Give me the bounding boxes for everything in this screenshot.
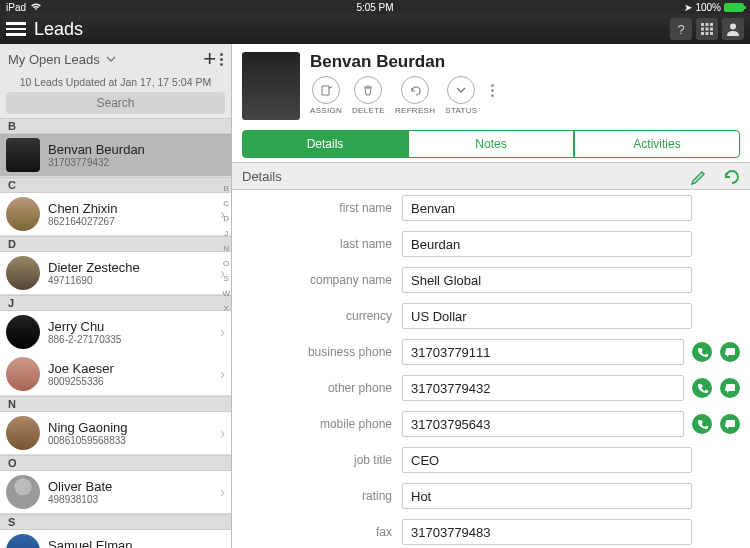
sms-icon[interactable]	[720, 414, 740, 434]
call-icon[interactable]	[692, 414, 712, 434]
edit-icon[interactable]	[690, 167, 708, 185]
refresh-button[interactable]: REFRESH	[395, 76, 435, 115]
chevron-down-icon	[106, 56, 116, 62]
delete-button[interactable]: DELETE	[352, 76, 385, 115]
lead-name: Jerry Chu	[48, 319, 220, 334]
lead-item[interactable]: Benvan Beurdan 31703779432	[0, 134, 231, 177]
field-label: job title	[242, 453, 402, 467]
add-lead-button[interactable]: +	[203, 46, 216, 72]
svg-rect-8	[710, 32, 713, 35]
avatar	[6, 534, 40, 548]
section-header: S	[0, 514, 231, 530]
currency-field[interactable]	[402, 303, 692, 329]
lead-item[interactable]: Jerry Chu 886-2-27170335 ›	[0, 311, 231, 353]
mobile-phone-field[interactable]	[402, 411, 684, 437]
lead-item[interactable]: Oliver Bate 498938103 ›	[0, 471, 231, 514]
tab-activities[interactable]: Activities	[574, 130, 740, 158]
lead-sub: 498938103	[48, 494, 220, 505]
detail-title: Benvan Beurdan	[310, 52, 740, 72]
sms-icon[interactable]	[720, 342, 740, 362]
lead-sub: 31703779432	[48, 157, 225, 168]
avatar	[6, 475, 40, 509]
lead-name: Samuel Elman	[48, 538, 220, 548]
chevron-right-icon: ›	[220, 324, 225, 340]
apps-icon[interactable]	[696, 18, 718, 40]
rating-field[interactable]	[402, 483, 692, 509]
call-icon[interactable]	[692, 378, 712, 398]
wifi-icon	[30, 3, 42, 11]
svg-rect-6	[701, 32, 704, 35]
svg-rect-7	[706, 32, 709, 35]
sms-icon[interactable]	[720, 378, 740, 398]
clock: 5:05 PM	[356, 2, 393, 13]
lead-name: Oliver Bate	[48, 479, 220, 494]
field-label: other phone	[242, 381, 402, 395]
lead-name: Benvan Beurdan	[48, 142, 225, 157]
battery-icon	[724, 3, 744, 12]
section-header: N	[0, 396, 231, 412]
avatar	[6, 357, 40, 391]
detail-more-icon[interactable]	[491, 84, 494, 97]
chevron-right-icon: ›	[220, 543, 225, 548]
status-button[interactable]: STATUS	[445, 76, 477, 115]
lead-name: Ning Gaoning	[48, 420, 220, 435]
search-input[interactable]	[6, 92, 225, 114]
field-label: company name	[242, 273, 402, 287]
svg-rect-2	[710, 23, 713, 26]
other-phone-field[interactable]	[402, 375, 684, 401]
page-title: Leads	[34, 19, 83, 40]
svg-rect-0	[701, 23, 704, 26]
assign-button[interactable]: ASSIGN	[310, 76, 342, 115]
status-bar: iPad 5:05 PM ➤ 100%	[0, 0, 750, 14]
update-status: 10 Leads Updated at Jan 17, 17 5:04 PM	[0, 74, 231, 92]
first-name-field[interactable]	[402, 195, 692, 221]
business-phone-field[interactable]	[402, 339, 684, 365]
field-label: rating	[242, 489, 402, 503]
lead-item[interactable]: Joe Kaeser 8009255336 ›	[0, 353, 231, 396]
sidebar-more-icon[interactable]	[220, 53, 223, 66]
device-label: iPad	[6, 2, 26, 13]
lead-item[interactable]: Dieter Zesteche 49711690 ›	[0, 252, 231, 295]
chevron-right-icon: ›	[220, 425, 225, 441]
field-label: mobile phone	[242, 417, 402, 431]
alpha-index[interactable]: B C D J N O S W X	[222, 184, 230, 313]
filter-selector[interactable]: My Open Leads	[8, 52, 116, 67]
lead-name: Chen Zhixin	[48, 201, 220, 216]
sidebar: My Open Leads + 10 Leads Updated at Jan …	[0, 44, 232, 548]
lead-sub: 8009255336	[48, 376, 220, 387]
help-icon[interactable]: ?	[670, 18, 692, 40]
refresh-section-icon[interactable]	[722, 167, 740, 185]
section-header: O	[0, 455, 231, 471]
profile-icon[interactable]	[722, 18, 744, 40]
company-field[interactable]	[402, 267, 692, 293]
last-name-field[interactable]	[402, 231, 692, 257]
tab-notes[interactable]: Notes	[408, 130, 574, 158]
svg-rect-3	[701, 28, 704, 31]
tab-details[interactable]: Details	[242, 130, 408, 158]
field-label: business phone	[242, 345, 402, 359]
battery-pct: 100%	[695, 2, 721, 13]
lead-item[interactable]: Chen Zhixin 862164027267 ›	[0, 193, 231, 236]
section-header: B	[0, 118, 231, 134]
svg-rect-1	[706, 23, 709, 26]
lead-name: Dieter Zesteche	[48, 260, 220, 275]
field-label: fax	[242, 525, 402, 539]
svg-point-9	[730, 24, 736, 30]
avatar	[6, 138, 40, 172]
fax-field[interactable]	[402, 519, 692, 545]
menu-icon[interactable]	[6, 22, 26, 36]
section-header: J	[0, 295, 231, 311]
detail-tabs: Details Notes Activities	[232, 126, 750, 162]
lead-item[interactable]: Samuel Elman 865922239172 ›	[0, 530, 231, 548]
section-header: C	[0, 177, 231, 193]
fields-list: first name last name company name curren…	[232, 190, 750, 548]
lead-item[interactable]: Ning Gaoning 00861059568833 ›	[0, 412, 231, 455]
title-bar: Leads ?	[0, 14, 750, 44]
section-header: D	[0, 236, 231, 252]
leads-list[interactable]: B Benvan Beurdan 31703779432 C Chen Zhix…	[0, 118, 231, 548]
job-title-field[interactable]	[402, 447, 692, 473]
svg-rect-5	[710, 28, 713, 31]
avatar	[6, 416, 40, 450]
call-icon[interactable]	[692, 342, 712, 362]
field-label: last name	[242, 237, 402, 251]
